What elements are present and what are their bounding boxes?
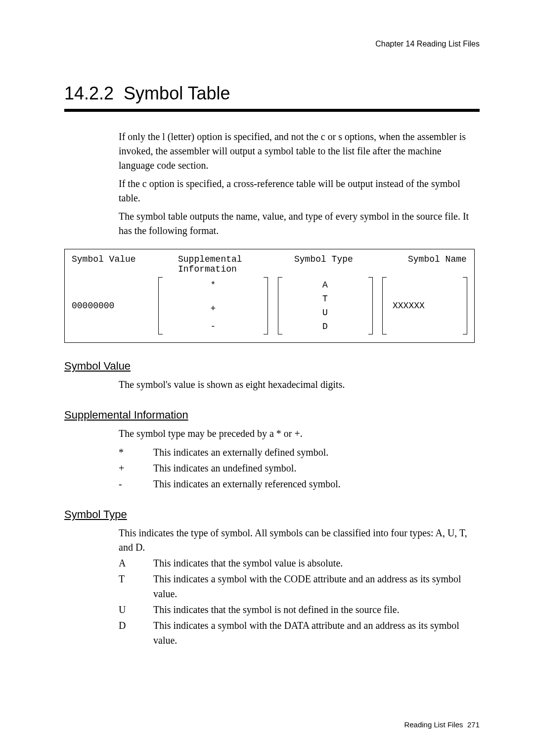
hdr-symbol-name: Symbol Name [408,254,467,274]
supp-r3: + [169,303,258,315]
section-name: Symbol Table [124,83,230,103]
type-sym: A [119,556,153,570]
supp-row: - This indicates an externally reference… [119,476,480,491]
type-sym: T [119,571,153,601]
section-title: 14.2.2 Symbol Table [64,83,480,104]
intro-p1: If only the l (letter) option is specifi… [119,130,475,173]
format-box: Symbol Value SupplementalInformation Sym… [64,249,475,343]
supp-defs: * This indicates an externally defined s… [119,445,480,491]
heading-symbol-type: Symbol Type [64,508,480,521]
format-type-values: A T U D [283,277,367,334]
format-value-col: 00000000 [72,277,158,334]
type-sym: U [119,602,153,617]
supp-sym: + [119,461,153,475]
intro-p2: If the c option is specified, a cross-re… [119,177,475,205]
page-footer: Reading List Files 271 [404,720,480,729]
name-val: XXXXXX [393,301,457,311]
left-bracket-icon [278,277,283,334]
format-headers: Symbol Value SupplementalInformation Sym… [72,254,467,274]
supp-row: * This indicates an externally defined s… [119,445,480,460]
supp-row: + This indicates an undefined symbol. [119,461,480,475]
section-number: 14.2.2 [64,83,114,103]
type-lead: This indicates the type of symbol. All s… [119,526,475,555]
type-txt: This indicates a symbol with the CODE at… [153,571,480,601]
supp-sym: - [119,476,153,491]
supp-r4: - [169,321,258,332]
type-row: T This indicates a symbol with the CODE … [119,571,480,601]
symbol-value-text: The symbol's value is shown as eight hex… [119,378,475,392]
type-row: U This indicates that the symbol is not … [119,602,480,617]
type-r3: U [288,307,362,319]
supp-txt: This indicates an undefined symbol. [153,461,480,475]
format-name-group: XXXXXX [382,277,467,334]
type-row: D This indicates a symbol with the DATA … [119,618,480,648]
hdr-supp-line1: Supplemental [178,254,242,264]
format-value: 00000000 [72,301,158,311]
type-txt: This indicates that the symbol is not de… [153,602,480,617]
right-bracket-icon [462,277,467,334]
footer-page: 271 [467,720,480,729]
heading-symbol-value: Symbol Value [64,360,480,373]
intro-p3: The symbol table outputs the name, value… [119,209,475,238]
format-type-group: A T U D [278,277,373,334]
section-rule [64,109,480,112]
right-bracket-icon [263,277,268,334]
type-r2: T [288,293,362,305]
supp-r1: * [169,279,258,291]
type-r4: D [288,321,362,332]
supp-sym: * [119,445,153,460]
supp-txt: This indicates an externally defined sym… [153,445,480,460]
hdr-symbol-type: Symbol Type [294,254,408,274]
right-bracket-icon [367,277,373,334]
format-supp-group: * + - [158,277,268,334]
hdr-symbol-value: Symbol Value [72,254,178,274]
type-sym: D [119,618,153,648]
type-row: A This indicates that the symbol value i… [119,556,480,570]
footer-text: Reading List Files [404,720,463,729]
type-txt: This indicates that the symbol value is … [153,556,480,570]
format-supp-values: * + - [164,277,263,334]
hdr-supp-line2: Information [178,264,237,274]
chapter-header: Chapter 14 Reading List Files [64,40,480,48]
type-txt: This indicates a symbol with the DATA at… [153,618,480,648]
format-name-value: XXXXXX [388,277,462,334]
heading-supplemental-info: Supplemental Information [64,409,480,422]
type-defs: A This indicates that the symbol value i… [119,556,480,648]
supp-lead: The symbol type may be preceded by a * o… [119,426,475,441]
hdr-supplemental: SupplementalInformation [178,254,294,274]
format-body: 00000000 * + - A T U D [72,277,467,334]
type-r1: A [288,279,362,291]
supp-txt: This indicates an externally referenced … [153,476,480,491]
left-bracket-icon [382,277,388,334]
left-bracket-icon [158,277,164,334]
